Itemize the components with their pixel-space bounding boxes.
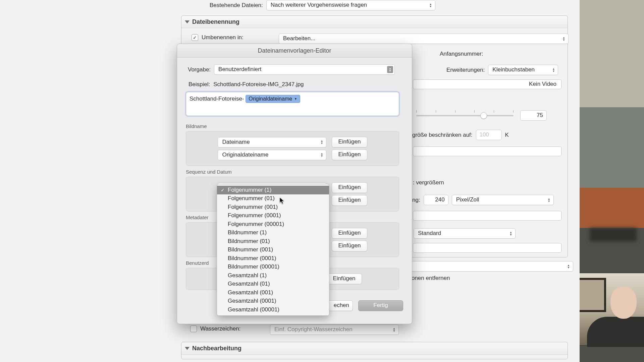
existing-files-label: Bestehende Dateien: <box>210 2 263 9</box>
limit-label: größe beschränken auf: <box>412 132 473 138</box>
popup-item[interactable]: Gesamtzahl (001) <box>217 288 329 297</box>
rename-checkbox[interactable]: ✓ <box>192 34 198 41</box>
section-file-naming-header[interactable]: Dateibenennung <box>181 16 568 28</box>
insert-button[interactable]: Einfügen <box>332 137 367 147</box>
updown-icon: ▲▼ <box>550 66 556 73</box>
popup-item[interactable]: Bildnummer (0001) <box>217 254 329 263</box>
template-text-prefix: Schottland-Fotoreise- <box>190 96 246 102</box>
watermark-label: Wasserzeichen: <box>200 325 240 332</box>
section-file-naming-title: Dateibenennung <box>192 18 239 25</box>
sequence-format-popup[interactable]: ✓Folgenummer (1)Folgenummer (01)Folgenum… <box>217 184 329 316</box>
group-image-title: Bildname <box>186 123 399 129</box>
updown-icon: ▲▼ <box>428 2 434 9</box>
popup-item[interactable]: ✓Folgenummer (1) <box>217 186 329 194</box>
image-name-select-1[interactable]: Dateiname▲▼ <box>218 137 326 147</box>
popup-item[interactable]: Gesamtzahl (1) <box>217 271 329 280</box>
popup-item[interactable]: Folgenummer (01) <box>217 194 329 203</box>
updown-icon: ▲▼ <box>508 230 514 237</box>
resolution-unit-value: Pixel/Zoll <box>456 196 479 203</box>
section-post-processing-title: Nachbearbeitung <box>192 345 241 352</box>
preset-value: Benutzerdefiniert <box>218 66 262 72</box>
watermark-value: Einf. Copyright-Wasserzeichen <box>274 326 353 333</box>
popup-item[interactable]: Bildnummer (00001) <box>217 263 329 272</box>
enlarge-fragment: : vergrößern <box>413 179 444 186</box>
no-video-badge: Kein Video <box>413 79 561 89</box>
example-value: Schottland-Fotoreise-IMG_2347.jpg <box>213 81 304 88</box>
popup-item[interactable]: Bildnummer (01) <box>217 237 329 246</box>
chevron-down-icon: ▼ <box>294 97 297 101</box>
popup-item[interactable]: Gesamtzahl (01) <box>217 280 329 289</box>
row-placeholder-2 <box>413 211 561 221</box>
extensions-value: Kleinbuchstaben <box>492 66 535 73</box>
extensions-select[interactable]: Kleinbuchstaben ▲▼ <box>488 65 558 75</box>
template-token-field[interactable]: Schottland-Fotoreise- Originaldateiname … <box>186 92 399 116</box>
resolution-input[interactable]: 240 <box>424 195 448 205</box>
popup-item[interactable]: Bildnummer (001) <box>217 246 329 254</box>
updown-icon: ▲▼ <box>319 139 325 146</box>
preset-label: Vorgabe: <box>188 66 211 73</box>
row-placeholder-1 <box>413 146 561 156</box>
done-button[interactable]: Fertig <box>358 300 403 311</box>
image-name-select-2[interactable]: Originaldateiname▲▼ <box>218 150 326 160</box>
watermark-checkbox[interactable] <box>190 325 197 332</box>
watermark-select[interactable]: Einf. Copyright-Wasserzeichen ▲▼ <box>270 324 399 335</box>
start-number-label: Anfangsnummer: <box>440 51 483 57</box>
disclosure-triangle-icon <box>185 347 190 350</box>
insert-button[interactable]: Einfügen <box>332 195 367 206</box>
popup-item[interactable]: Bildnummer (1) <box>217 229 329 237</box>
existing-files-select[interactable]: Nach weiterer Vorgehensweise fragen ▲▼ <box>266 0 435 10</box>
example-label: Beispiel: <box>189 81 210 88</box>
rename-label: Umbenennen in: <box>202 34 244 41</box>
limit-input[interactable]: 100 <box>476 130 502 140</box>
section-post-processing: Nachbearbeitung <box>181 342 568 359</box>
modal-title: Dateinamenvorlagen-Editor <box>177 44 412 58</box>
preset-select[interactable]: Benutzerdefiniert ▲▼ <box>214 64 395 75</box>
updown-icon: ▲▼ <box>546 196 552 203</box>
limit-unit: K <box>505 132 509 138</box>
updown-icon: ▲▼ <box>566 263 572 270</box>
insert-button[interactable]: Einfügen <box>332 149 367 160</box>
token-original-filename[interactable]: Originaldateiname ▼ <box>246 95 300 103</box>
quality-value[interactable]: 75 <box>520 110 547 121</box>
updown-icon: ▲▼ <box>387 66 393 73</box>
resolution-suffix: ng: <box>412 197 420 203</box>
sharpen-select[interactable]: Standard ▲▼ <box>414 228 516 239</box>
rename-value: Bearbeiten... <box>283 35 315 42</box>
insert-button[interactable]: Einfügen <box>326 274 362 284</box>
popup-item[interactable]: Gesamtzahl (0001) <box>217 297 329 306</box>
popup-item[interactable]: Folgenummer (0001) <box>217 212 329 220</box>
updown-icon: ▲▼ <box>319 152 325 159</box>
extensions-label: Erweiterungen: <box>446 67 485 73</box>
updown-icon: ▲▼ <box>561 35 567 42</box>
row-placeholder-3 <box>413 243 561 253</box>
insert-button[interactable]: Einfügen <box>332 228 367 239</box>
resolution-unit-select[interactable]: Pixel/Zoll ▲▼ <box>452 195 554 205</box>
popup-item[interactable]: Folgenummer (00001) <box>217 220 329 229</box>
group-sequence-title: Sequenz und Datum <box>186 169 399 175</box>
disclosure-triangle-icon <box>185 20 190 23</box>
rename-select[interactable]: Bearbeiten... ▲▼ <box>279 34 569 44</box>
section-post-processing-header[interactable]: Nachbearbeitung <box>181 342 568 355</box>
insert-button[interactable]: Einfügen <box>332 241 367 251</box>
insert-button[interactable]: Einfügen <box>332 182 367 193</box>
updown-icon: ▲▼ <box>391 326 397 333</box>
popup-item[interactable]: Gesamtzahl (00001) <box>217 305 329 314</box>
popup-item[interactable]: Folgenummer (001) <box>217 203 329 212</box>
existing-files-value: Nach weiterer Vorgehensweise fragen <box>271 2 367 8</box>
quality-slider[interactable] <box>416 115 514 116</box>
sharpen-value: Standard <box>418 230 441 236</box>
